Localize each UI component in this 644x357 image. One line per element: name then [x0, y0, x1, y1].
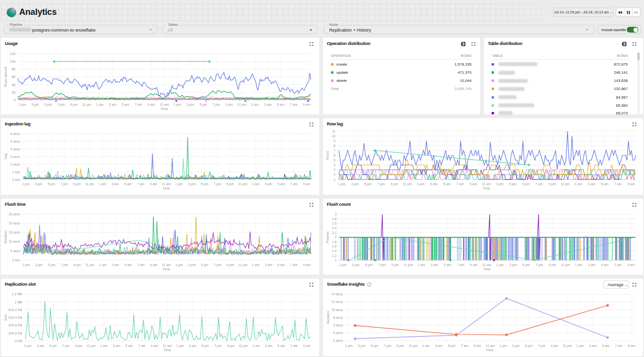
svg-text:9 pm: 9 pm [551, 344, 558, 348]
svg-text:10K: 10K [10, 60, 16, 63]
svg-text:11: 11 [332, 130, 335, 133]
svg-text:3 pm: 3 pm [35, 263, 43, 267]
svg-text:5 pm: 5 pm [371, 344, 379, 348]
svg-text:5 pm: 5 pm [201, 182, 208, 186]
svg-text:7 pm: 7 pm [214, 182, 221, 186]
svg-text:5 am: 5 am [124, 182, 132, 186]
svg-text:11 am: 11 am [160, 103, 169, 106]
svg-text:9 am: 9 am [470, 263, 478, 267]
svg-text:5 am: 5 am [277, 263, 285, 267]
svg-text:9 pm: 9 pm [225, 103, 233, 107]
svg-text:5 am: 5 am [444, 263, 451, 267]
svg-text:Time: Time [162, 268, 170, 271]
svg-text:3 pm: 3 pm [35, 182, 43, 186]
svg-text:10 secs: 10 secs [9, 240, 21, 243]
svg-text:11 pm: 11 pm [238, 103, 247, 107]
svg-text:5 pm: 5 pm [48, 263, 56, 267]
svg-text:Time: Time [161, 107, 168, 111]
svg-text:409.6 KB: 409.6 KB [9, 324, 23, 327]
svg-text:7: 7 [334, 149, 335, 152]
svg-text:9 am: 9 am [303, 103, 310, 106]
svg-text:11 pm: 11 pm [403, 263, 413, 267]
svg-text:1 am: 1 am [99, 263, 106, 267]
svg-text:10: 10 [332, 134, 335, 138]
svg-text:7 am: 7 am [290, 182, 298, 186]
svg-text:11 am: 11 am [163, 344, 172, 347]
svg-text:1 sec: 1 sec [12, 170, 20, 174]
svg-text:1 am: 1 am [575, 182, 582, 186]
svg-text:7 pm: 7 pm [538, 344, 546, 348]
svg-text:3 am: 3 am [265, 344, 273, 347]
svg-text:5 pm: 5 pm [201, 263, 208, 267]
svg-text:9 am: 9 am [627, 182, 635, 186]
svg-text:8K: 8K [12, 67, 16, 71]
svg-text:9 pm: 9 pm [397, 344, 404, 348]
svg-text:2.6: 2.6 [332, 222, 337, 225]
svg-text:6 secs: 6 secs [333, 324, 343, 327]
svg-text:3 am: 3 am [589, 344, 597, 347]
svg-text:3 am: 3 am [264, 182, 272, 186]
svg-text:3 pm: 3 pm [188, 263, 196, 267]
svg-text:1 pm: 1 pm [23, 263, 30, 267]
svg-text:5 pm: 5 pm [199, 103, 207, 107]
svg-text:7 pm: 7 pm [61, 263, 69, 267]
svg-text:4 secs: 4 secs [11, 147, 21, 151]
svg-text:7 pm: 7 pm [384, 344, 391, 348]
svg-text:2: 2 [334, 173, 335, 176]
svg-text:3 am: 3 am [435, 344, 443, 347]
svg-text:1 pm: 1 pm [24, 344, 32, 348]
svg-text:5 am: 5 am [126, 344, 133, 347]
svg-text:5 secs: 5 secs [11, 140, 21, 143]
svg-text:204.8 KB: 204.8 KB [9, 332, 23, 335]
svg-text:0 sec: 0 sec [12, 178, 20, 181]
svg-text:11 pm: 11 pm [561, 182, 570, 186]
svg-text:9 am: 9 am [303, 344, 310, 347]
svg-text:11 pm: 11 pm [238, 182, 247, 186]
svg-text:5 am: 5 am [602, 344, 610, 347]
svg-text:15 secs: 15 secs [9, 231, 21, 234]
svg-text:Time: Time [163, 348, 171, 352]
svg-text:5 pm: 5 pm [202, 344, 209, 348]
svg-text:1 am: 1 am [252, 182, 260, 186]
svg-text:3 am: 3 am [112, 182, 119, 186]
svg-text:20 secs: 20 secs [9, 222, 21, 225]
svg-text:Flushes: Flushes [326, 231, 329, 243]
svg-text:11 pm: 11 pm [85, 263, 94, 267]
svg-text:11 pm: 11 pm [403, 182, 412, 186]
svg-text:7 pm: 7 pm [535, 182, 543, 186]
svg-text:11 am: 11 am [162, 263, 171, 267]
svg-text:3 am: 3 am [430, 182, 437, 186]
svg-text:5 pm: 5 pm [48, 182, 56, 186]
svg-text:9 pm: 9 pm [549, 263, 556, 267]
svg-text:11 pm: 11 pm [238, 263, 247, 267]
svg-text:3 pm: 3 pm [509, 182, 517, 186]
svg-text:1 pm: 1 pm [176, 344, 184, 348]
svg-text:Rows: Rows [326, 151, 329, 159]
svg-text:2.2: 2.2 [332, 231, 337, 234]
svg-text:3 pm: 3 pm [358, 344, 366, 348]
svg-text:4: 4 [334, 163, 335, 167]
svg-text:2K: 2K [12, 91, 16, 94]
svg-text:1 pm: 1 pm [175, 263, 183, 267]
svg-text:5 am: 5 am [277, 103, 285, 106]
svg-text:1 pm: 1 pm [338, 182, 345, 186]
svg-text:1 pm: 1 pm [173, 103, 181, 107]
svg-text:11 pm: 11 pm [561, 263, 570, 267]
svg-text:9 pm: 9 pm [227, 344, 235, 348]
svg-text:5 pm: 5 pm [522, 263, 530, 267]
svg-text:1 pm: 1 pm [175, 182, 183, 186]
svg-text:1: 1 [335, 258, 337, 262]
svg-text:11 pm: 11 pm [82, 103, 92, 107]
svg-text:9 am: 9 am [150, 263, 158, 267]
svg-text:9 am: 9 am [303, 182, 310, 186]
svg-text:3 am: 3 am [431, 263, 438, 267]
svg-text:5 am: 5 am [443, 182, 451, 186]
svg-text:3 pm: 3 pm [352, 263, 360, 267]
svg-text:7 pm: 7 pm [212, 103, 220, 107]
svg-text:25 secs: 25 secs [9, 212, 21, 216]
svg-text:3 am: 3 am [113, 344, 120, 347]
svg-text:7 pm: 7 pm [378, 263, 386, 267]
svg-text:8: 8 [334, 144, 335, 147]
svg-text:7 am: 7 am [290, 103, 298, 106]
svg-text:7 pm: 7 pm [60, 182, 68, 186]
